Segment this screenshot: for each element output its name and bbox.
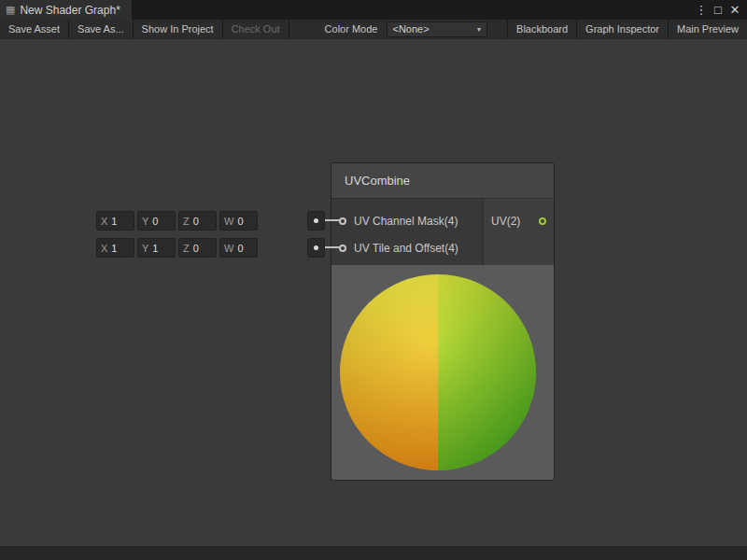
node-input-ports: UV Channel Mask(4) UV Tile and Offset(4) xyxy=(331,199,483,265)
tab-title: New Shader Graph* xyxy=(20,4,120,17)
edge-connector-stub[interactable] xyxy=(307,238,325,258)
output-port-icon[interactable] xyxy=(539,217,546,225)
maximize-icon[interactable]: □ xyxy=(710,0,726,20)
save-asset-button[interactable]: Save Asset xyxy=(0,20,69,38)
node-header[interactable]: UVCombine xyxy=(331,163,554,199)
sphere-left-half xyxy=(340,274,438,470)
chevron-down-icon: ▼ xyxy=(476,26,483,33)
vector4-input-row-2: X 1 Y 1 Z 0 W 0 xyxy=(96,238,325,258)
node-port-area: UV Channel Mask(4) UV Tile and Offset(4)… xyxy=(331,199,554,265)
input-port-icon[interactable] xyxy=(339,245,346,252)
shader-graph-toolbar: Save Asset Save As... Show In Project Ch… xyxy=(0,20,747,39)
vector-field-value[interactable]: 0 xyxy=(237,216,243,227)
vector-field-label[interactable]: X xyxy=(97,243,111,254)
window-bottom-edge xyxy=(0,546,747,560)
vector-field-x[interactable]: X 1 xyxy=(96,238,134,258)
color-mode-label: Color Mode xyxy=(317,20,386,38)
node-output-ports: UV(2) xyxy=(483,199,554,265)
vector-field-y[interactable]: Y 0 xyxy=(137,211,176,231)
vector-field-value[interactable]: 0 xyxy=(193,243,199,254)
output-row-uv: UV(2) xyxy=(484,207,554,234)
vector-field-x[interactable]: X 1 xyxy=(96,211,134,231)
window-controls: ⋮ □ ✕ xyxy=(693,0,747,20)
input-port-label: UV Channel Mask(4) xyxy=(354,215,458,228)
input-port-label: UV Tile and Offset(4) xyxy=(354,242,458,255)
kebab-menu-icon[interactable]: ⋮ xyxy=(693,0,710,20)
node-preview xyxy=(331,265,554,480)
vector-field-y[interactable]: Y 1 xyxy=(137,238,176,258)
main-preview-toggle-button[interactable]: Main Preview xyxy=(668,20,747,38)
preview-sphere xyxy=(340,274,536,470)
close-icon[interactable]: ✕ xyxy=(726,0,743,20)
edge-connector-stub[interactable] xyxy=(307,211,325,231)
vector4-input-row-1: X 1 Y 0 Z 0 W 0 xyxy=(96,211,325,231)
edge-connection-2[interactable] xyxy=(325,246,340,248)
edge-connection-1[interactable] xyxy=(325,219,340,221)
save-as-button[interactable]: Save As... xyxy=(69,20,134,38)
toolbar-right-group: Blackboard Graph Inspector Main Preview xyxy=(507,20,747,38)
vector-field-value[interactable]: 0 xyxy=(237,243,243,254)
check-out-button[interactable]: Check Out xyxy=(223,20,289,38)
tab-new-shader-graph[interactable]: ▦ New Shader Graph* xyxy=(0,0,132,20)
node-uvcombine[interactable]: UVCombine UV Channel Mask(4) UV Tile and… xyxy=(331,163,554,480)
input-row-uv-channel-mask: UV Channel Mask(4) xyxy=(331,207,483,234)
vector-field-value[interactable]: 1 xyxy=(111,243,117,254)
input-row-uv-tile-offset: UV Tile and Offset(4) xyxy=(331,234,483,261)
color-mode-dropdown[interactable]: <None> ▼ xyxy=(387,21,487,37)
vector-field-z[interactable]: Z 0 xyxy=(178,211,217,231)
vector-field-z[interactable]: Z 0 xyxy=(178,238,217,258)
vector-field-label[interactable]: W xyxy=(220,216,237,227)
vector-field-value[interactable]: 0 xyxy=(152,216,158,227)
output-port-label: UV(2) xyxy=(491,215,520,228)
show-in-project-button[interactable]: Show In Project xyxy=(134,20,223,38)
vector-field-w[interactable]: W 0 xyxy=(219,238,258,258)
node-title: UVCombine xyxy=(345,174,410,188)
vector-field-w[interactable]: W 0 xyxy=(219,211,258,231)
vector-field-value[interactable]: 0 xyxy=(193,216,199,227)
vector-field-label[interactable]: Z xyxy=(179,243,193,254)
color-mode-selected-value: <None> xyxy=(392,23,429,35)
vector-field-label[interactable]: Y xyxy=(138,243,152,254)
shader-graph-icon: ▦ xyxy=(6,5,15,15)
graph-inspector-toggle-button[interactable]: Graph Inspector xyxy=(576,20,668,38)
window-tab-bar: ▦ New Shader Graph* ⋮ □ ✕ xyxy=(0,0,747,20)
vector-field-value[interactable]: 1 xyxy=(152,243,158,254)
vector-field-value[interactable]: 1 xyxy=(111,216,117,227)
vector-field-label[interactable]: Z xyxy=(179,216,193,227)
connector-dot-icon xyxy=(314,218,318,223)
vector-field-label[interactable]: W xyxy=(220,243,237,254)
vector-field-label[interactable]: Y xyxy=(138,216,152,227)
blackboard-toggle-button[interactable]: Blackboard xyxy=(507,20,576,38)
vector-field-label[interactable]: X xyxy=(97,216,111,227)
sphere-right-half xyxy=(438,274,536,470)
input-port-icon[interactable] xyxy=(339,217,346,225)
connector-dot-icon xyxy=(314,245,318,250)
